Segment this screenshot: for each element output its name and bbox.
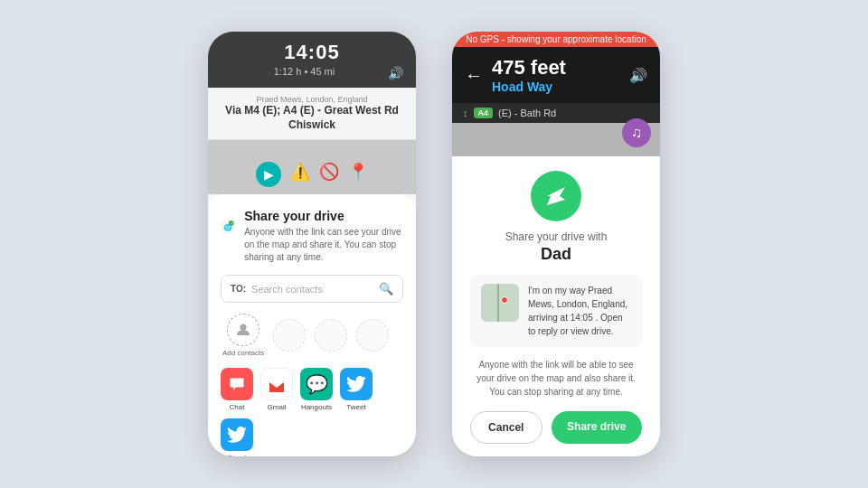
waze-logo: ↗ — [221, 209, 235, 245]
route-name: Via M4 (E); A4 (E) - Great West Rd Chisw… — [221, 104, 403, 132]
gps-banner: No GPS - showing your approximate locati… — [452, 32, 660, 47]
via-label: Praed Mews, London, England — [221, 95, 403, 104]
volume-icon: 🔊 — [388, 66, 403, 80]
share-panel: ↗ Share your drive Anyone with the link … — [208, 194, 416, 456]
contact-slot-3 — [356, 319, 389, 352]
search-placeholder: Search contacts — [251, 284, 373, 295]
share-panel-title: Share your drive — [244, 209, 403, 223]
map-area-right: ♫ — [452, 123, 660, 156]
nav-feet: 475 feet — [492, 56, 620, 80]
right-phone: No GPS - showing your approximate locati… — [452, 32, 660, 456]
direct-message-icon — [221, 418, 253, 451]
map-icons: ▶ ⚠️ 🚫 📍 — [208, 162, 416, 187]
search-box[interactable]: TO: Search contacts 🔍 — [221, 275, 403, 303]
map-area-left: ▶ ⚠️ 🚫 📍 — [208, 140, 416, 194]
share-message-card: I'm on my way Praed Mews, London, Englan… — [470, 275, 642, 347]
share-panel-desc: Anyone with the link can see your drive … — [244, 226, 403, 264]
share-info-text: Anyone with the link will be able to see… — [470, 358, 642, 399]
nav-distance: 475 feet Hoad Way — [492, 56, 620, 94]
mini-map-line — [497, 284, 499, 322]
send-icon — [543, 183, 569, 209]
hangouts-emoji: 💬 — [306, 373, 328, 395]
nav-time: 14:05 — [221, 41, 403, 64]
share-actions: Cancel Share drive — [470, 411, 642, 444]
app-direct-message[interactable]: Direct Message — [221, 418, 253, 456]
add-contacts-button[interactable]: Add contacts — [222, 314, 264, 357]
route-arrow-icon: ↕ — [463, 108, 468, 118]
search-to-label: TO: — [231, 284, 246, 294]
chat-label: Chat — [230, 403, 245, 411]
play-button[interactable]: ▶ — [256, 162, 281, 187]
share-with-label: Share your drive with — [505, 230, 608, 243]
nav-top-right: ← 475 feet Hoad Way 🔊 — [452, 47, 660, 103]
mini-map-dot — [501, 296, 508, 304]
share-panel-header: ↗ Share your drive Anyone with the link … — [221, 209, 403, 264]
music-button[interactable]: ♫ — [622, 118, 651, 147]
svg-text:↗: ↗ — [231, 221, 233, 225]
svg-point-9 — [241, 324, 247, 331]
mini-map-thumbnail — [481, 284, 519, 322]
contacts-row: Add contacts — [221, 314, 403, 357]
contact-slot-1 — [273, 319, 306, 352]
add-contacts-icon — [227, 314, 259, 346]
svg-point-4 — [226, 227, 227, 228]
nav-street: Hoad Way — [492, 80, 620, 94]
svg-point-5 — [229, 227, 230, 228]
chat-icon — [221, 368, 253, 400]
nav-route: Praed Mews, London, England Via M4 (E); … — [208, 88, 416, 140]
share-message-text: I'm on my way Praed Mews, London, Englan… — [528, 284, 631, 338]
share-dad-panel: Share your drive with Dad I'm on my way … — [452, 156, 660, 456]
tweet-icon — [340, 368, 373, 400]
alert-icon-stop[interactable]: 🚫 — [319, 162, 339, 187]
gmail-label: Gmail — [268, 403, 287, 411]
add-contacts-label: Add contacts — [222, 349, 264, 357]
volume-icon-right[interactable]: 🔊 — [629, 67, 647, 84]
send-icon-circle — [531, 171, 581, 221]
app-tweet[interactable]: Tweet — [340, 368, 373, 411]
alert-icon-pin[interactable]: 📍 — [348, 162, 368, 187]
share-drive-button[interactable]: Share drive — [552, 411, 643, 444]
hangouts-label: Hangouts — [301, 403, 332, 411]
nav-top-left: 14:05 1:12 h • 45 mi 🔊 — [208, 32, 416, 88]
route-badge: A4 — [474, 108, 494, 118]
route-text: (E) - Bath Rd — [498, 108, 556, 118]
app-hangouts[interactable]: 💬 Hangouts — [300, 368, 333, 411]
hangouts-icon: 💬 — [300, 368, 333, 400]
search-icon[interactable]: 🔍 — [379, 282, 393, 296]
contact-name: Dad — [541, 245, 571, 264]
back-arrow-icon[interactable]: ← — [465, 65, 483, 86]
app-gmail[interactable]: Gmail — [260, 368, 293, 411]
gmail-icon — [260, 368, 293, 400]
left-phone: 14:05 1:12 h • 45 mi 🔊 Praed Mews, Londo… — [208, 32, 416, 456]
tweet-label: Tweet — [346, 403, 365, 411]
direct-message-label: Direct Message — [221, 454, 253, 456]
alert-icon-warning[interactable]: ⚠️ — [290, 162, 310, 187]
apps-row: Chat Gmail 💬 Hangouts — [221, 368, 403, 456]
contact-slot-2 — [315, 319, 347, 352]
cancel-button[interactable]: Cancel — [470, 411, 542, 444]
nav-eta: 1:12 h • 45 mi 🔊 — [221, 66, 403, 77]
app-chat[interactable]: Chat — [221, 368, 253, 411]
